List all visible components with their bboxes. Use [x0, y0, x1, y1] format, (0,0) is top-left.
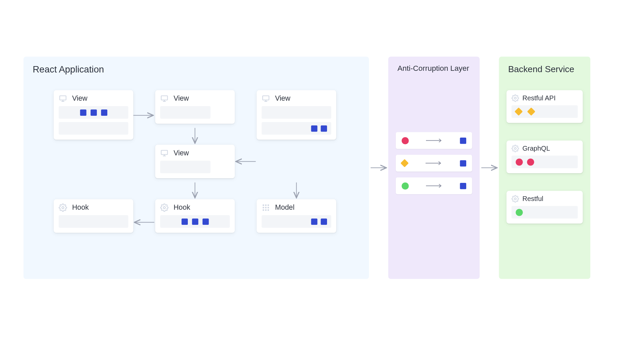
yellow-diamond-marker — [515, 107, 523, 116]
card-stripe — [160, 161, 211, 173]
hook-card-1: Hook — [54, 199, 133, 233]
svg-rect-15 — [265, 204, 266, 206]
restful-card: Restful — [506, 191, 583, 224]
blue-square-marker — [202, 218, 209, 225]
green-circle-marker — [516, 209, 523, 216]
card-title: Restful — [523, 195, 543, 203]
card-stripe — [160, 215, 230, 228]
backend-panel-title: Backend Service — [499, 57, 591, 74]
blue-square-marker — [90, 109, 97, 116]
acl-mapping-row — [396, 155, 472, 171]
gear-icon — [512, 145, 519, 152]
card-stripe — [59, 106, 128, 119]
hook-card-2: Hook — [155, 199, 235, 233]
card-stripe — [59, 215, 128, 228]
blue-square-marker — [321, 218, 327, 225]
svg-rect-18 — [265, 207, 266, 208]
arrow-icon — [408, 161, 460, 166]
red-circle-marker — [402, 137, 409, 144]
svg-point-26 — [514, 97, 516, 99]
view-card-3: View — [257, 90, 336, 140]
gear-icon — [160, 203, 169, 212]
card-stripe — [262, 106, 331, 119]
monitor-icon — [262, 94, 270, 103]
card-title: View — [275, 94, 290, 103]
acl-mapping-row — [396, 178, 472, 194]
red-circle-marker — [527, 158, 534, 165]
blue-square-marker — [311, 125, 318, 132]
blue-square-marker — [460, 137, 466, 144]
card-title: Restful API — [523, 94, 556, 102]
svg-rect-16 — [268, 204, 269, 206]
svg-rect-21 — [265, 209, 266, 211]
card-stripe — [512, 206, 578, 219]
monitor-icon — [59, 94, 67, 103]
svg-rect-0 — [60, 96, 66, 100]
blue-square-marker — [321, 125, 327, 132]
svg-rect-3 — [161, 96, 168, 100]
blue-square-marker — [80, 109, 86, 116]
restful-api-card: Restful API — [506, 90, 583, 123]
gear-icon — [59, 203, 67, 212]
gear-icon — [512, 195, 519, 203]
card-stripe — [512, 105, 578, 118]
svg-rect-22 — [268, 209, 269, 211]
gear-icon — [512, 94, 519, 102]
svg-point-13 — [163, 207, 165, 209]
view-card-2: View — [155, 90, 235, 124]
monitor-icon — [160, 149, 169, 157]
card-title: Hook — [72, 203, 89, 212]
blue-square-marker — [192, 218, 198, 225]
acl-panel: Anti-Corruption Layer — [388, 57, 480, 279]
graphql-card: GraphQL — [506, 141, 583, 173]
blue-square-marker — [311, 218, 318, 225]
card-stripe — [512, 156, 578, 168]
red-circle-marker — [516, 158, 523, 165]
card-stripe — [59, 122, 128, 135]
svg-point-27 — [514, 148, 516, 150]
backend-panel: Backend Service Restful API GraphQL — [499, 57, 591, 279]
arrow-icon — [409, 183, 460, 188]
grid-icon — [262, 203, 270, 212]
view-card-4: View — [155, 145, 235, 178]
acl-mappings — [396, 132, 472, 200]
svg-rect-17 — [263, 207, 264, 208]
card-title: View — [174, 149, 189, 157]
card-title: Model — [275, 203, 294, 212]
arrow-icon — [409, 138, 460, 143]
model-card: Model — [257, 199, 336, 233]
acl-panel-title: Anti-Corruption Layer — [388, 57, 480, 73]
svg-rect-6 — [263, 96, 269, 100]
card-stripe — [160, 106, 211, 119]
card-title: View — [174, 94, 189, 103]
svg-rect-9 — [161, 150, 168, 155]
svg-rect-14 — [263, 204, 264, 206]
blue-square-marker — [460, 160, 466, 166]
yellow-diamond-marker — [400, 159, 409, 167]
svg-point-12 — [62, 207, 64, 209]
react-panel-title: React Application — [23, 57, 369, 75]
card-stripe — [262, 122, 331, 135]
svg-rect-19 — [268, 207, 269, 208]
svg-point-28 — [514, 198, 516, 200]
card-title: Hook — [174, 203, 191, 212]
card-title: View — [72, 94, 88, 103]
card-title: GraphQL — [523, 145, 550, 152]
blue-square-marker — [460, 183, 466, 189]
green-circle-marker — [402, 182, 409, 189]
blue-square-marker — [101, 109, 107, 116]
card-stripe — [262, 215, 331, 228]
acl-mapping-row — [396, 132, 472, 149]
view-card-1: View — [54, 90, 133, 140]
react-application-panel: React Application View View — [23, 57, 369, 279]
monitor-icon — [160, 94, 169, 103]
yellow-diamond-marker — [527, 107, 535, 116]
blue-square-marker — [181, 218, 188, 225]
svg-rect-20 — [263, 209, 264, 211]
